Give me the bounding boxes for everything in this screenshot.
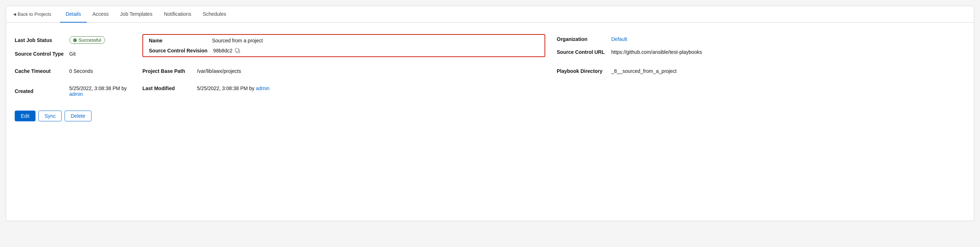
cache-timeout-value: 0 Seconds: [69, 68, 93, 74]
name-value: Sourced from a project: [212, 38, 263, 43]
playbook-directory-field: Playbook Directory _8__sourced_from_a_pr…: [557, 66, 959, 76]
scr-label: Source Control Revision: [149, 48, 207, 54]
created-field: Created 5/25/2022, 3:08:38 PM by admin: [15, 83, 137, 99]
button-row: Edit Sync Delete: [15, 108, 965, 121]
row-3: Created 5/25/2022, 3:08:38 PM by admin L…: [15, 80, 965, 102]
organization-label: Organization: [557, 36, 607, 42]
content-area: Last Job Status Successful Source Contro…: [6, 22, 974, 127]
copy-icon[interactable]: [235, 48, 240, 54]
organization-field: Organization Default: [557, 34, 959, 44]
tab-access[interactable]: Access: [87, 6, 115, 22]
cache-timeout-field: Cache Timeout 0 Seconds: [15, 66, 137, 76]
tab-schedules[interactable]: Schedules: [197, 6, 232, 22]
col-right-1: Organization Default Source Control URL …: [551, 34, 965, 57]
scr-hash: 98b8dc2: [213, 48, 232, 54]
tab-notifications[interactable]: Notifications: [158, 6, 197, 22]
last-modified-field: Last Modified 5/25/2022, 3:08:38 PM by a…: [142, 83, 545, 93]
col-left-1: Last Job Status Successful Source Contro…: [15, 34, 137, 59]
status-badge: Successful: [69, 36, 105, 44]
playbook-directory-value: _8__sourced_from_a_project: [611, 68, 676, 74]
created-value: 5/25/2022, 3:08:38 PM by admin: [69, 86, 137, 97]
project-base-path-label: Project Base Path: [142, 68, 192, 74]
source-control-url-field: Source Control URL https://github.com/an…: [557, 47, 959, 57]
row-1: Last Job Status Successful Source Contro…: [15, 31, 965, 62]
last-modified-timestamp: 5/25/2022, 3:08:38 PM by: [197, 86, 256, 91]
project-base-path-value: /var/lib/awx/projects: [197, 68, 241, 74]
page-wrapper: Back to Projects Details Access Job Temp…: [6, 6, 974, 221]
source-control-url-label: Source Control URL: [557, 49, 607, 55]
last-modified-label: Last Modified: [142, 86, 192, 91]
source-control-type-value: Git: [69, 51, 76, 57]
sync-button[interactable]: Sync: [38, 111, 62, 121]
source-control-type-field: Source Control Type Git: [15, 49, 137, 59]
tab-details[interactable]: Details: [60, 6, 87, 22]
col-middle-3: Last Modified 5/25/2022, 3:08:38 PM by a…: [137, 83, 551, 93]
source-control-url-value: https://github.com/ansible/test-playbook…: [611, 49, 702, 55]
last-job-status-label: Last Job Status: [15, 37, 65, 43]
tab-job-templates[interactable]: Job Templates: [115, 6, 158, 22]
delete-button[interactable]: Delete: [65, 111, 91, 121]
row-2: Cache Timeout 0 Seconds Project Base Pat…: [15, 63, 965, 79]
highlight-box: Name Sourced from a project Source Contr…: [142, 34, 545, 57]
nav-tabs: Back to Projects Details Access Job Temp…: [6, 6, 974, 22]
project-base-path-field: Project Base Path /var/lib/awx/projects: [142, 66, 545, 76]
scr-value: 98b8dc2: [213, 48, 240, 54]
status-icon: [73, 38, 77, 42]
last-modified-user[interactable]: admin: [256, 86, 269, 91]
name-label: Name: [149, 38, 206, 43]
last-modified-value: 5/25/2022, 3:08:38 PM by admin: [197, 86, 269, 91]
organization-value[interactable]: Default: [611, 36, 627, 42]
svg-rect-1: [235, 48, 239, 52]
col-middle-1: Name Sourced from a project Source Contr…: [137, 34, 551, 57]
created-user[interactable]: admin: [69, 91, 83, 97]
status-value: Successful: [78, 37, 101, 43]
edit-button[interactable]: Edit: [15, 111, 35, 121]
source-control-type-label: Source Control Type: [15, 51, 65, 57]
back-to-projects[interactable]: Back to Projects: [13, 6, 57, 22]
cache-timeout-label: Cache Timeout: [15, 68, 65, 74]
col-left-2: Cache Timeout 0 Seconds: [15, 66, 137, 76]
playbook-directory-label: Playbook Directory: [557, 68, 607, 74]
scr-row: Source Control Revision 98b8dc2: [149, 48, 539, 54]
col-middle-2: Project Base Path /var/lib/awx/projects: [137, 66, 551, 76]
col-right-2: Playbook Directory _8__sourced_from_a_pr…: [551, 66, 965, 76]
created-label: Created: [15, 88, 65, 94]
col-left-3: Created 5/25/2022, 3:08:38 PM by admin: [15, 83, 137, 99]
created-timestamp: 5/25/2022, 3:08:38 PM by: [69, 86, 127, 91]
last-job-status-field: Last Job Status Successful: [15, 34, 137, 46]
name-row: Name Sourced from a project: [149, 38, 539, 43]
